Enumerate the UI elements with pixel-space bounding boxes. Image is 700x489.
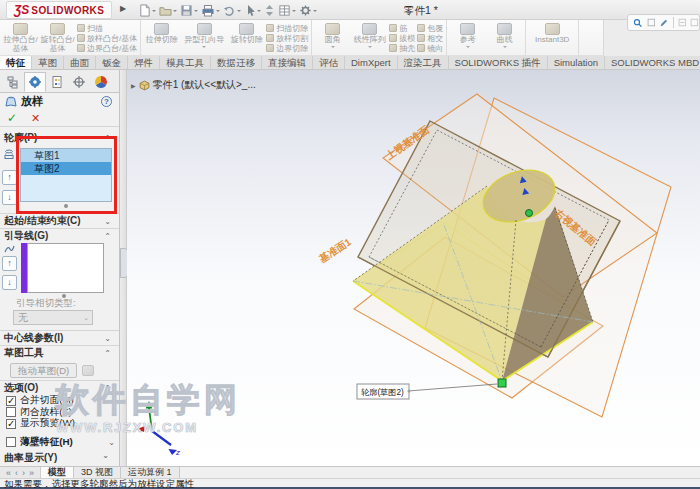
- dropdown-caret-icon[interactable]: [173, 10, 177, 14]
- dropdown-caret-icon[interactable]: [313, 10, 317, 14]
- boundary-cut-button[interactable]: 边界切除: [266, 43, 308, 53]
- options-gear-icon[interactable]: [299, 4, 317, 17]
- tab-sketch[interactable]: 草图: [32, 56, 64, 69]
- next-tab-icon[interactable]: ›: [22, 468, 25, 478]
- tab-mold-tools[interactable]: 模具工具: [160, 56, 211, 69]
- list-resize-handle[interactable]: [62, 294, 66, 298]
- undo-icon[interactable]: [223, 4, 241, 17]
- file-properties-icon[interactable]: [278, 4, 296, 17]
- tab-render-tools[interactable]: 渲染工具: [398, 56, 449, 69]
- guide-curves-list[interactable]: [27, 243, 104, 293]
- expand-chevron-icon[interactable]: ⌄: [104, 217, 111, 226]
- show-preview-checkbox[interactable]: 显示预览(W): [0, 418, 119, 430]
- open-document-icon[interactable]: [159, 4, 177, 17]
- start-end-constraints-header[interactable]: 起始/结束约束(C) ⌄: [0, 214, 119, 228]
- extrude-cut-button[interactable]: 拉伸切除: [143, 21, 180, 54]
- thin-feature-checkbox[interactable]: 薄壁特征(H) ⌄: [0, 436, 119, 449]
- expand-chevron-icon[interactable]: ⌄: [104, 334, 111, 343]
- new-document-icon[interactable]: [138, 4, 156, 17]
- revolve-cut-button[interactable]: 旋转切除: [228, 21, 265, 54]
- edit-pencil-icon[interactable]: [659, 17, 669, 29]
- panel-scroll-down-icon[interactable]: ⌄: [102, 451, 109, 467]
- dropdown-caret-icon[interactable]: [292, 10, 296, 14]
- collapse-chevron-icon[interactable]: ⌃: [104, 349, 111, 358]
- zoom-box-icon[interactable]: [647, 17, 656, 28]
- dropdown-caret-icon[interactable]: [216, 10, 220, 14]
- prev-tab-icon[interactable]: ‹: [15, 468, 18, 478]
- linear-pattern-button[interactable]: 线性阵列: [351, 21, 388, 54]
- reference-geometry-button[interactable]: 参考: [449, 21, 486, 54]
- move-profile-down-button[interactable]: ↓: [2, 190, 17, 205]
- sweep-cut-button[interactable]: 扫描切除: [266, 23, 308, 33]
- options-header[interactable]: 选项(O) ⌃: [0, 381, 119, 395]
- collapse-chevron-icon[interactable]: ⌃: [104, 134, 111, 143]
- menu-flyout-arrow-icon[interactable]: ▶: [120, 4, 126, 13]
- confirm-button[interactable]: ✓: [7, 112, 17, 124]
- panel-splitter[interactable]: [120, 70, 127, 466]
- tab-sheet-metal[interactable]: 钣金: [96, 56, 128, 69]
- collapse-chevron-icon[interactable]: ⌃: [104, 384, 111, 393]
- profile-list-item-selected[interactable]: 草图2: [21, 162, 111, 175]
- feature-manager-tab[interactable]: [2, 72, 24, 92]
- configuration-manager-tab[interactable]: [46, 72, 68, 92]
- save-icon[interactable]: [180, 4, 198, 17]
- tab-solidworks-mbd[interactable]: SOLIDWORKS MBD: [605, 56, 700, 69]
- property-manager-tab[interactable]: [24, 72, 46, 92]
- callout-grip[interactable]: [408, 390, 411, 393]
- move-guide-up-button[interactable]: ↑: [2, 256, 17, 271]
- dropdown-caret-icon[interactable]: [257, 10, 261, 14]
- curvature-display-header-partial[interactable]: 曲率显示(Y) ⌄: [0, 449, 119, 467]
- list-resize-handle[interactable]: [64, 204, 68, 208]
- mirror-button[interactable]: 镜向: [417, 43, 443, 53]
- select-pointer-icon[interactable]: [244, 4, 261, 17]
- rib-button[interactable]: 筋: [389, 23, 415, 33]
- print-icon[interactable]: [201, 4, 220, 17]
- instant3d-button[interactable]: Instant3D: [528, 21, 576, 54]
- collapse-chevron-icon[interactable]: ⌃: [104, 232, 111, 241]
- extrude-boss-button[interactable]: 拉伸凸台/基体: [2, 21, 39, 54]
- guide-curves-header[interactable]: 引导线(G) ⌃: [0, 229, 119, 243]
- sweep-button[interactable]: 扫描: [77, 23, 137, 33]
- hole-wizard-button[interactable]: 异型孔向导: [180, 21, 228, 54]
- cancel-button[interactable]: ✕: [31, 113, 40, 124]
- dropdown-caret-icon[interactable]: [152, 10, 156, 14]
- help-tool-icon[interactable]: [678, 17, 687, 28]
- rebuild-icon[interactable]: [264, 4, 275, 17]
- fillet-button[interactable]: 圆角: [314, 21, 351, 54]
- first-tab-icon[interactable]: «: [6, 468, 11, 478]
- intersect-button[interactable]: 相交: [417, 33, 443, 43]
- tab-surfaces[interactable]: 曲面: [64, 56, 96, 69]
- loft-button[interactable]: 放样凸台/基体: [77, 33, 137, 43]
- tab-evaluate[interactable]: 评估: [313, 56, 345, 69]
- undo-sketch-drag-icon[interactable]: [82, 365, 94, 376]
- loft-cut-button[interactable]: 放样切割: [266, 33, 308, 43]
- profile-list-item[interactable]: 草图1: [21, 149, 111, 162]
- 3d-views-tab[interactable]: 3D 视图: [74, 467, 121, 478]
- dropdown-caret-icon[interactable]: [237, 10, 241, 14]
- revolve-boss-button[interactable]: 旋转凸台/基体: [39, 21, 76, 54]
- viewport-3d[interactable]: ▶ 零件1 (默认<<默认>_...: [127, 70, 700, 466]
- model-tab[interactable]: 模型: [41, 467, 74, 478]
- move-profile-up-button[interactable]: ↑: [2, 170, 17, 185]
- centerline-header[interactable]: 中心线参数(I) ⌄: [0, 331, 119, 345]
- dropdown-caret-icon[interactable]: [194, 10, 198, 14]
- search-icon[interactable]: [633, 17, 643, 29]
- expand-chevron-icon[interactable]: ⌄: [108, 438, 115, 447]
- tree-expand-arrow-icon[interactable]: ▶: [131, 82, 136, 89]
- drag-sketch-button[interactable]: 拖动草图(D): [10, 363, 77, 378]
- shell-button[interactable]: 抽壳: [389, 43, 415, 53]
- tab-simulation[interactable]: Simulation: [548, 56, 605, 69]
- draft-button[interactable]: 拔模: [389, 33, 415, 43]
- move-guide-down-button[interactable]: ↓: [2, 275, 17, 290]
- tab-features[interactable]: 特征: [0, 56, 32, 69]
- sketch-tools-header[interactable]: 草图工具 ⌃: [0, 346, 119, 360]
- tab-dimxpert[interactable]: DimXpert: [345, 56, 398, 69]
- last-tab-icon[interactable]: »: [29, 468, 34, 478]
- tab-direct-editing[interactable]: 直接编辑: [262, 56, 313, 69]
- dimxpert-manager-tab[interactable]: [68, 72, 90, 92]
- wrap-button[interactable]: 包覆: [417, 23, 443, 33]
- boundary-boss-button[interactable]: 边界凸台/基体: [77, 43, 137, 53]
- guide-tangency-dropdown[interactable]: 无 ⌄: [13, 310, 93, 325]
- profiles-list[interactable]: 草图1 草图2: [20, 148, 112, 202]
- profiles-section-header[interactable]: 轮廓(P) ⌃: [0, 131, 119, 145]
